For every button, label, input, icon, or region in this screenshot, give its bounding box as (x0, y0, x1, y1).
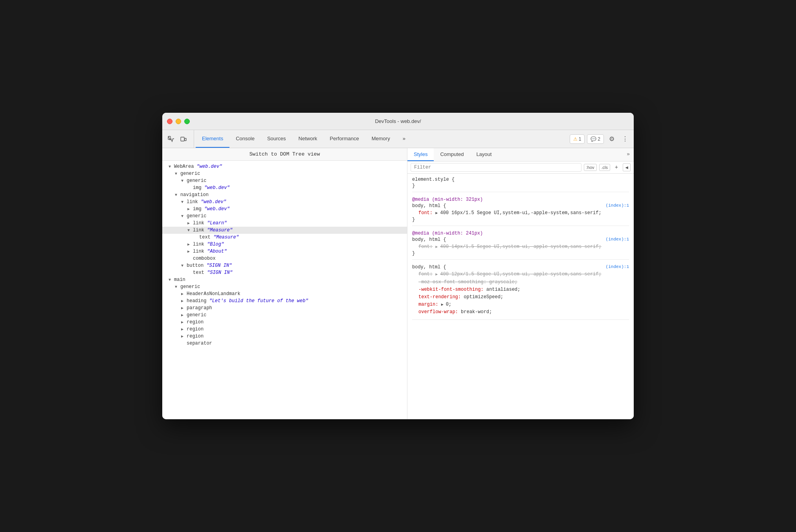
tree-row[interactable]: text "Measure" (162, 234, 407, 241)
tree-expand-arrow[interactable] (181, 334, 187, 339)
style-source[interactable]: (index):1 (606, 264, 629, 269)
styles-tab-more[interactable]: » (623, 148, 634, 161)
tree-row[interactable]: text "SIGN IN" (162, 269, 407, 276)
tree-expand-arrow[interactable] (181, 320, 187, 325)
tab-elements[interactable]: Elements (196, 130, 229, 148)
tab-layout[interactable]: Layout (470, 148, 498, 161)
tree-expand-arrow[interactable] (181, 292, 187, 296)
tree-expand-arrow[interactable] (181, 313, 187, 317)
tree-expand-arrow[interactable] (181, 264, 187, 268)
style-media-query: @media (min-width: 241px) (412, 231, 629, 236)
tree-expand-arrow[interactable] (181, 327, 187, 332)
style-source[interactable]: (index):1 (606, 203, 629, 208)
style-block-element: element.style { } (412, 177, 629, 192)
tab-console[interactable]: Console (229, 130, 261, 148)
maximize-button[interactable] (184, 119, 190, 124)
style-source[interactable]: (index):1 (606, 237, 629, 242)
tree-row[interactable]: separator (162, 340, 407, 347)
tree-row[interactable]: region (162, 326, 407, 333)
style-rule-webkit1: -webkit-font-smoothing: antialiased; (412, 286, 629, 294)
tree-row[interactable]: heading "Let's build the future of the w… (162, 297, 407, 305)
cls-button[interactable]: .cls (599, 164, 611, 171)
dom-tree[interactable]: WebArea "web.dev" generic generic (162, 161, 407, 419)
tree-row[interactable]: region (162, 333, 407, 340)
tree-expand-arrow[interactable] (175, 172, 180, 176)
info-icon: 💬 (591, 136, 596, 142)
tree-row[interactable]: paragraph (162, 305, 407, 312)
toolbar-right: ⚠ 1 💬 2 ⚙ ⋮ (570, 130, 631, 148)
style-selector: body, html { (index):1 (412, 264, 629, 270)
filter-input[interactable] (411, 163, 581, 172)
tree-expand-arrow[interactable] (187, 228, 193, 233)
toolbar: Elements Console Sources Network Perform… (162, 130, 634, 148)
title-bar: DevTools - web.dev/ (162, 113, 634, 130)
tree-expand-arrow[interactable] (187, 249, 193, 254)
style-selector: element.style { (412, 177, 629, 182)
tree-expand-arrow[interactable] (181, 200, 187, 204)
tab-memory[interactable]: Memory (365, 130, 396, 148)
close-button[interactable] (167, 119, 172, 124)
tree-row[interactable]: navigation (162, 191, 407, 198)
tree-row[interactable]: combobox (162, 255, 407, 262)
tree-row[interactable]: img "web.dev" (162, 205, 407, 213)
tree-row[interactable]: WebArea "web.dev" (162, 163, 407, 170)
tree-expand-arrow[interactable] (175, 193, 180, 197)
tab-network[interactable]: Network (292, 130, 324, 148)
tree-expand-arrow[interactable] (175, 285, 180, 289)
font-expand-arrow[interactable]: ▶ (435, 211, 440, 215)
tree-expand-arrow[interactable] (181, 214, 187, 218)
style-rule-webkit3: margin: ▶ 0; (412, 301, 629, 308)
add-style-button[interactable]: + (613, 163, 620, 171)
tree-expand-arrow[interactable] (187, 242, 193, 247)
warning-badge[interactable]: ⚠ 1 (570, 134, 585, 144)
tree-row[interactable]: main (162, 276, 407, 283)
device-toggle-icon[interactable] (178, 134, 189, 145)
tree-row[interactable]: generic (162, 213, 407, 220)
style-rule-webkit4: overflow-wrap: break-word; (412, 308, 629, 316)
inspect-icon[interactable] (165, 134, 176, 145)
tree-row[interactable]: generic (162, 312, 407, 319)
style-media-query: @media (min-width: 321px) (412, 197, 629, 202)
tree-expand-arrow[interactable] (181, 306, 187, 310)
tree-expand-arrow[interactable] (181, 299, 187, 303)
tree-row[interactable]: link "Blog" (162, 241, 407, 248)
styles-tabs: Styles Computed Layout » (407, 148, 634, 161)
tree-expand-arrow[interactable] (169, 165, 174, 169)
warning-count: 1 (579, 136, 581, 142)
tree-expand-arrow[interactable] (169, 278, 174, 282)
style-rule-strikethrough2: -moz-osx-font-smoothing: grayscale; (412, 279, 629, 286)
tree-row[interactable]: link "web.dev" (162, 198, 407, 205)
tab-more[interactable]: » (396, 130, 412, 148)
svg-rect-1 (181, 137, 184, 141)
tree-row[interactable]: generic (162, 170, 407, 177)
tab-performance[interactable]: Performance (323, 130, 365, 148)
tree-expand-arrow[interactable] (181, 179, 187, 183)
pseudo-button[interactable]: :hov (584, 164, 597, 171)
tree-expand-arrow[interactable] (187, 207, 193, 211)
tab-styles[interactable]: Styles (407, 148, 434, 161)
tab-computed[interactable]: Computed (434, 148, 470, 161)
tree-row[interactable]: HeaderAsNonLandmark (162, 290, 407, 297)
margin-expand-arrow[interactable]: ▶ (441, 303, 446, 307)
tree-row[interactable]: generic (162, 177, 407, 184)
tree-row[interactable]: img "web.dev" (162, 184, 407, 191)
tree-row[interactable]: region (162, 319, 407, 326)
tab-sources[interactable]: Sources (261, 130, 292, 148)
style-selector: body, html { (index):1 (412, 237, 629, 242)
settings-icon[interactable]: ⚙ (606, 134, 617, 145)
tree-row[interactable]: button "SIGN IN" (162, 262, 407, 269)
main-content: Switch to DOM Tree view WebArea "web.dev… (162, 148, 634, 419)
scroll-into-view-button[interactable]: ◀ (623, 163, 631, 171)
filter-bar: :hov .cls + ◀ (407, 161, 634, 174)
tree-expand-arrow[interactable] (187, 221, 193, 226)
minimize-button[interactable] (176, 119, 181, 124)
info-badge[interactable]: 💬 2 (587, 134, 604, 144)
tree-row-selected[interactable]: link "Measure" (162, 227, 407, 234)
tree-row[interactable]: link "Learn" (162, 220, 407, 227)
svg-rect-2 (185, 138, 186, 141)
tree-row[interactable]: generic (162, 283, 407, 290)
tree-row[interactable]: link "About" (162, 248, 407, 255)
dom-switch-bar[interactable]: Switch to DOM Tree view (162, 148, 407, 161)
window-title: DevTools - web.dev/ (375, 118, 421, 124)
more-options-icon[interactable]: ⋮ (620, 134, 631, 145)
